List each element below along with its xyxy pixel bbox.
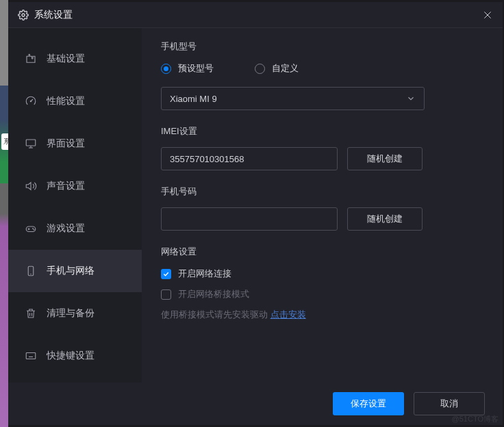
imei-label: IMEI设置 bbox=[161, 125, 483, 138]
radio-custom[interactable]: 自定义 bbox=[255, 62, 299, 75]
sidebar-item-label: 基础设置 bbox=[47, 53, 85, 65]
sidebar-item-game[interactable]: 游戏设置 bbox=[8, 207, 142, 250]
keyboard-icon bbox=[25, 350, 37, 362]
hint-text: 使用桥接模式请先安装驱动 bbox=[161, 309, 270, 320]
gear-icon bbox=[18, 10, 29, 21]
install-driver-link[interactable]: 点击安装 bbox=[270, 309, 306, 320]
radio-checked-icon bbox=[161, 64, 171, 74]
content-panel: 手机型号 预设型号 自定义 Xiaomi MI 9 IMEI设置 随机创建 bbox=[142, 28, 503, 383]
chevron-down-icon bbox=[406, 94, 416, 103]
radio-preset[interactable]: 预设型号 bbox=[161, 62, 214, 75]
save-button[interactable]: 保存设置 bbox=[333, 392, 404, 415]
phone-model-select[interactable]: Xiaomi MI 9 bbox=[161, 87, 425, 110]
sidebar-item-shortcuts[interactable]: 快捷键设置 bbox=[8, 335, 142, 377]
close-icon[interactable] bbox=[482, 10, 493, 21]
monitor-icon bbox=[25, 138, 37, 150]
svg-point-0 bbox=[22, 14, 25, 16]
checkbox-label: 开启网络连接 bbox=[178, 268, 231, 280]
dialog-footer: 保存设置 取消 bbox=[8, 383, 503, 425]
gamepad-icon bbox=[25, 222, 37, 235]
phone-model-radio-group: 预设型号 自定义 bbox=[161, 62, 483, 75]
select-value: Xiaomi MI 9 bbox=[170, 94, 217, 104]
background-strip: 系 bbox=[0, 0, 8, 427]
sidebar-item-label: 快捷键设置 bbox=[47, 350, 94, 362]
sidebar-item-phone-network[interactable]: 手机与网络 bbox=[8, 250, 142, 292]
sidebar-item-label: 界面设置 bbox=[47, 138, 85, 150]
svg-rect-4 bbox=[26, 140, 36, 146]
phone-number-input[interactable] bbox=[161, 207, 338, 231]
checkbox-checked-icon bbox=[161, 269, 171, 279]
sidebar-item-cleanup[interactable]: 清理与备份 bbox=[8, 292, 142, 335]
cancel-button[interactable]: 取消 bbox=[414, 392, 485, 415]
settings-dialog: 系统设置 基础设置 性能设置 界面设置 声音设置 bbox=[8, 2, 503, 425]
dialog-title: 系统设置 bbox=[34, 9, 73, 21]
dialog-body: 基础设置 性能设置 界面设置 声音设置 游戏设置 手机与网络 bbox=[8, 28, 503, 383]
sidebar-item-interface[interactable]: 界面设置 bbox=[8, 122, 142, 165]
imei-random-button[interactable]: 随机创建 bbox=[347, 147, 423, 170]
puzzle-icon bbox=[25, 53, 37, 65]
phone-number-label: 手机号码 bbox=[161, 185, 483, 198]
sidebar-item-label: 清理与备份 bbox=[47, 307, 94, 320]
phone-icon bbox=[25, 265, 37, 277]
svg-rect-14 bbox=[26, 353, 36, 359]
imei-input[interactable] bbox=[161, 147, 338, 170]
sidebar-item-label: 声音设置 bbox=[47, 180, 85, 192]
sidebar-item-sound[interactable]: 声音设置 bbox=[8, 165, 142, 207]
bridge-hint: 使用桥接模式请先安装驱动 点击安装 bbox=[161, 309, 483, 321]
sidebar-item-performance[interactable]: 性能设置 bbox=[8, 80, 142, 122]
speedometer-icon bbox=[25, 95, 37, 107]
enable-bridge-row[interactable]: 开启网络桥接模式 bbox=[161, 288, 483, 300]
titlebar: 系统设置 bbox=[8, 2, 503, 28]
radio-label: 预设型号 bbox=[178, 62, 214, 75]
sidebar-item-label: 性能设置 bbox=[47, 95, 85, 107]
trash-icon bbox=[25, 307, 37, 320]
enable-network-row[interactable]: 开启网络连接 bbox=[161, 268, 483, 280]
checkbox-unchecked-icon bbox=[161, 289, 171, 300]
checkbox-label: 开启网络桥接模式 bbox=[178, 288, 249, 300]
phone-model-label: 手机型号 bbox=[161, 40, 483, 53]
watermark: @51CTO博客 bbox=[452, 414, 499, 424]
sidebar: 基础设置 性能设置 界面设置 声音设置 游戏设置 手机与网络 bbox=[8, 28, 142, 383]
svg-point-10 bbox=[33, 229, 34, 229]
svg-point-11 bbox=[34, 229, 34, 230]
network-label: 网络设置 bbox=[161, 246, 483, 258]
sound-icon bbox=[25, 180, 37, 192]
sidebar-item-label: 手机与网络 bbox=[47, 265, 94, 277]
sidebar-item-label: 游戏设置 bbox=[47, 222, 85, 235]
radio-label: 自定义 bbox=[272, 62, 299, 75]
sidebar-item-basic[interactable]: 基础设置 bbox=[8, 38, 142, 80]
radio-unchecked-icon bbox=[255, 64, 265, 74]
phone-number-random-button[interactable]: 随机创建 bbox=[347, 207, 423, 231]
